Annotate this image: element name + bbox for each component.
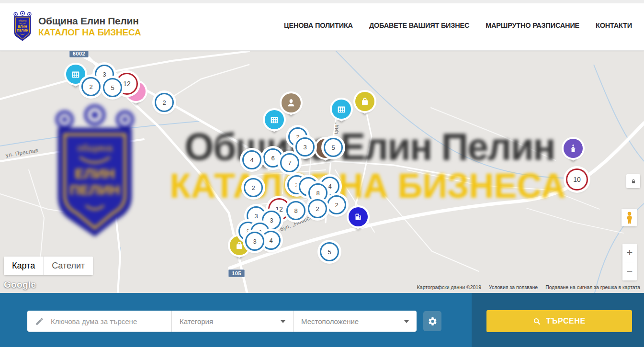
cluster-count: 7: [288, 159, 291, 167]
cluster-count: 4: [250, 157, 253, 164]
search-icon: [533, 317, 541, 325]
cluster-marker[interactable]: 3: [295, 137, 315, 157]
location-select[interactable]: Местоположение: [293, 311, 417, 332]
factory-pin[interactable]: [332, 100, 351, 119]
cluster-count: 2: [295, 181, 298, 189]
shopping-bag-icon: [355, 92, 374, 111]
municipality-crest-icon: община ЕЛИН ПЕЛИН: [11, 11, 34, 42]
site-subtitle: КАТАЛОГ НА БИЗНЕСА: [38, 27, 141, 38]
cluster-marker[interactable]: 8: [286, 201, 305, 220]
fuel-station-pin[interactable]: [349, 207, 368, 226]
advanced-search-button[interactable]: [423, 311, 441, 331]
svg-text:община: община: [77, 142, 113, 153]
nav-item-pricing[interactable]: ЦЕНОВА ПОЛИТИКА: [284, 22, 353, 29]
cluster-marker[interactable]: 2: [244, 178, 263, 197]
road-label: 105: [228, 269, 245, 277]
map-attribution: Картографски данни ©2019Условия за ползв…: [417, 284, 640, 290]
lock-icon: [630, 178, 637, 185]
header: община ЕЛИН ПЕЛИН Община Елин Пелин КАТА…: [0, 0, 644, 51]
attribution-terms-link[interactable]: Условия за ползване: [489, 284, 538, 290]
cluster-count: 2: [89, 83, 92, 90]
factory-icon: [332, 100, 351, 119]
construction-pin[interactable]: [282, 93, 301, 112]
cluster-marker[interactable]: 5: [103, 78, 122, 97]
worker-icon: [282, 93, 301, 112]
fuel-pump-icon: [349, 207, 368, 226]
location-select-value: Местоположение: [301, 317, 359, 325]
cluster-marker[interactable]: 2: [81, 77, 101, 96]
cluster-count: 6: [271, 155, 274, 162]
chevron-down-icon: [281, 320, 285, 323]
map-view-button[interactable]: Карта: [4, 257, 43, 275]
factory-pin[interactable]: [66, 65, 85, 84]
church-icon: [564, 139, 583, 158]
road-label: 6002: [69, 50, 89, 57]
cluster-count: 8: [294, 207, 297, 214]
keyword-search-input[interactable]: [50, 317, 162, 326]
nav-item-add-business[interactable]: ДОБАВЕТЕ ВАШИЯТ БИЗНЕС: [369, 22, 469, 29]
factory-icon: [66, 65, 85, 84]
svg-text:община: община: [19, 20, 27, 22]
cluster-marker[interactable]: 2: [155, 93, 174, 112]
factory-pin[interactable]: [265, 110, 284, 129]
watermark-title: Община Елин Пелин: [184, 125, 554, 169]
church-pin[interactable]: [564, 139, 583, 158]
cluster-marker[interactable]: 4: [261, 231, 281, 250]
nav-item-schedule[interactable]: МАРШРУТНО РАЗПИСАНИЕ: [486, 22, 579, 29]
zoom-in-button[interactable]: +: [622, 244, 637, 262]
cluster-count: 8: [316, 190, 319, 197]
category-select[interactable]: Категория: [171, 311, 293, 332]
main-nav: ЦЕНОВА ПОЛИТИКАДОБАВЕТЕ ВАШИЯТ БИЗНЕСМАР…: [284, 0, 632, 50]
watermark-subtitle: КАТАЛОГ НА БИЗНЕСА: [170, 166, 566, 205]
search-fields-group: Категория Местоположение: [27, 311, 417, 332]
cluster-count: 4: [328, 183, 331, 190]
svg-text:ЕЛИН: ЕЛИН: [18, 25, 27, 28]
svg-text:ПЕЛИН: ПЕЛИН: [69, 182, 120, 198]
cluster-count: 2: [162, 99, 166, 106]
map-canvas[interactable]: 6002105 ул. Преславбул. „Новоселция“ общ…: [0, 50, 644, 293]
category-select-value: Категория: [180, 317, 213, 325]
google-logo[interactable]: Google: [4, 280, 36, 290]
satellite-view-button[interactable]: Сателит: [43, 257, 93, 275]
cluster-marker[interactable]: 7: [280, 153, 299, 172]
cluster-marker[interactable]: 6: [263, 148, 282, 168]
zoom-control: + −: [622, 244, 637, 280]
chevron-down-icon: [404, 320, 409, 323]
zoom-out-button[interactable]: −: [622, 262, 637, 280]
cluster-count: 2: [251, 184, 255, 191]
cluster-count: 3: [303, 144, 306, 151]
svg-text:ЕЛИН: ЕЛИН: [75, 166, 115, 181]
search-button[interactable]: ТЪРСЕНЕ: [486, 310, 632, 332]
svg-text:ПЕЛИН: ПЕЛИН: [17, 29, 28, 32]
street-view-pegman-button[interactable]: [621, 209, 637, 226]
search-bar: Категория Местоположение ТЪРСЕНЕ: [0, 293, 644, 347]
cluster-marker[interactable]: 4: [242, 150, 261, 169]
pencil-icon: [35, 317, 44, 326]
attribution-report-error-link[interactable]: Подаване на сигнал за грешка в картата: [545, 284, 640, 290]
cluster-count: 4: [269, 237, 272, 244]
cluster-marker[interactable]: 3: [245, 232, 264, 251]
shopping-pin[interactable]: [355, 92, 374, 111]
site-title: Община Елин Пелин: [38, 15, 141, 27]
cluster-marker[interactable]: 10: [566, 168, 588, 190]
cluster-count: 5: [111, 84, 114, 91]
cluster-marker[interactable]: 2: [308, 199, 327, 218]
cluster-count: 3: [270, 217, 273, 224]
cluster-marker[interactable]: 5: [320, 242, 339, 261]
map-lock-button[interactable]: [626, 174, 640, 188]
cluster-marker[interactable]: 5: [324, 138, 343, 157]
cluster-count: 12: [123, 80, 131, 88]
cluster-count: 5: [331, 144, 335, 151]
cluster-count: 3: [254, 213, 258, 220]
gear-icon: [428, 316, 438, 326]
logo[interactable]: община ЕЛИН ПЕЛИН Община Елин Пелин КАТА…: [11, 11, 141, 42]
watermark-crest: община ЕЛИН ПЕЛИН: [41, 103, 149, 242]
factory-icon: [265, 110, 284, 129]
attribution-copyright: Картографски данни ©2019: [417, 284, 481, 290]
search-button-label: ТЪРСЕНЕ: [546, 317, 586, 325]
cluster-marker[interactable]: 2: [327, 195, 346, 214]
cluster-count: 5: [328, 248, 331, 256]
cluster-count: 2: [316, 205, 319, 213]
cluster-count: 3: [253, 238, 256, 245]
nav-item-contacts[interactable]: КОНТАКТИ: [596, 22, 632, 29]
